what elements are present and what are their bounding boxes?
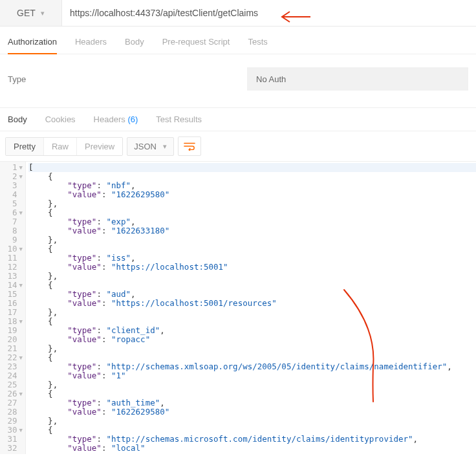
wrap-icon	[184, 142, 195, 151]
code-line: "type": "http://schemas.xmlsoap.org/ws/2…	[28, 362, 476, 371]
gutter-line: 12	[0, 263, 23, 272]
code-line: "type": "aud",	[28, 290, 476, 299]
gutter-line: 15	[0, 290, 23, 299]
code-line: {	[28, 208, 476, 217]
code-line: "type": "exp",	[28, 217, 476, 226]
chevron-down-icon: ▾	[163, 142, 167, 151]
auth-type-label: Type	[8, 74, 247, 84]
gutter-line: 19	[0, 326, 23, 335]
code-line: },	[28, 344, 476, 353]
code-line: "value": "https://localhost:5001"	[28, 263, 476, 272]
code-line: "value": "1622633180"	[28, 226, 476, 235]
code-line: },	[28, 235, 476, 244]
line-wrap-button[interactable]	[178, 136, 201, 156]
code-line: {	[28, 317, 476, 326]
tab-authorization[interactable]: Authorization	[8, 33, 57, 54]
gutter-line: 22▼	[0, 353, 23, 362]
gutter-line: 29	[0, 417, 23, 426]
code-line: },	[28, 380, 476, 389]
tab-test-results[interactable]: Test Results	[156, 114, 202, 124]
format-dropdown[interactable]: JSON ▾	[127, 137, 174, 156]
gutter-line: 16	[0, 299, 23, 308]
code-line: "type": "iss",	[28, 254, 476, 263]
http-method-label: GET	[17, 8, 36, 18]
gutter-line: 11	[0, 254, 23, 263]
response-tabs: Body Cookies Headers (6) Test Results	[0, 108, 476, 131]
code-line: },	[28, 417, 476, 426]
tab-cookies[interactable]: Cookies	[45, 114, 76, 124]
gutter-line: 9	[0, 235, 23, 244]
tab-tests-req[interactable]: Tests	[248, 33, 267, 54]
code-line: "value": "https://localhost:5001/resourc…	[28, 299, 476, 308]
gutter-line: 14▼	[0, 281, 23, 290]
gutter-line: 2▼	[0, 172, 23, 181]
gutter-line: 18▼	[0, 317, 23, 326]
gutter-line: 13	[0, 272, 23, 281]
code-line: {	[28, 244, 476, 254]
code-line: },	[28, 308, 476, 317]
code-line: [	[28, 163, 476, 172]
code-line: {	[28, 172, 476, 181]
response-code-area: 1▼2▼3 4 5 6▼7 8 9 10▼11 12 13 14▼15 16 1…	[0, 162, 476, 454]
gutter-line: 6▼	[0, 208, 23, 217]
response-body[interactable]: [ { "type": "nbf", "value": "1622629580"…	[26, 162, 476, 454]
auth-selected-value: No Auth	[256, 74, 286, 84]
gutter-line: 20	[0, 335, 23, 344]
tab-headers-req[interactable]: Headers	[75, 33, 107, 54]
headers-label: Headers	[94, 114, 125, 124]
gutter-line: 25	[0, 380, 23, 389]
http-method-dropdown[interactable]: GET ▾	[0, 0, 62, 26]
code-line: "value": "1"	[28, 371, 476, 380]
tab-body-req[interactable]: Body	[125, 33, 144, 54]
gutter-line: 28	[0, 407, 23, 417]
gutter-line: 7	[0, 217, 23, 226]
line-gutter: 1▼2▼3 4 5 6▼7 8 9 10▼11 12 13 14▼15 16 1…	[0, 162, 26, 454]
gutter-line: 10▼	[0, 244, 23, 254]
code-line: {	[28, 426, 476, 435]
code-line: {	[28, 281, 476, 290]
gutter-line: 3	[0, 181, 23, 190]
code-line: {	[28, 353, 476, 362]
request-tabs: Authorization Headers Body Pre-request S…	[0, 27, 476, 54]
code-line: "value": "1622629580"	[28, 407, 476, 417]
gutter-line: 23	[0, 362, 23, 371]
gutter-line: 17	[0, 308, 23, 317]
code-line: },	[28, 272, 476, 281]
code-line: "value": "1622629580"	[28, 190, 476, 199]
code-line: "type": "client_id",	[28, 326, 476, 335]
view-pretty-button[interactable]: Pretty	[6, 138, 44, 155]
code-line: },	[28, 199, 476, 208]
gutter-line: 31	[0, 435, 23, 444]
code-line: "value": "ropacc"	[28, 335, 476, 344]
format-label: JSON	[134, 142, 157, 151]
gutter-line: 32	[0, 444, 23, 453]
gutter-line: 26▼	[0, 389, 23, 398]
code-line: "value": "local"	[28, 444, 476, 453]
code-line: {	[28, 389, 476, 398]
gutter-line: 30▼	[0, 426, 23, 435]
auth-type-dropdown[interactable]: No Auth	[247, 67, 468, 91]
url-input[interactable]	[62, 0, 476, 26]
view-mode-group: Pretty Raw Preview	[5, 137, 123, 156]
code-line: "type": "nbf",	[28, 181, 476, 190]
tab-headers-resp[interactable]: Headers (6)	[94, 114, 138, 124]
gutter-line: 8	[0, 226, 23, 235]
gutter-line: 5	[0, 199, 23, 208]
gutter-line: 1▼	[0, 163, 23, 172]
gutter-line: 21	[0, 344, 23, 353]
code-line: "type": "auth_time",	[28, 398, 476, 407]
view-raw-button[interactable]: Raw	[44, 138, 77, 155]
gutter-line: 4	[0, 190, 23, 199]
chevron-down-icon: ▾	[41, 9, 45, 17]
auth-panel: Type No Auth	[0, 54, 476, 108]
tab-prerequest[interactable]: Pre-request Script	[162, 33, 230, 54]
view-preview-button[interactable]: Preview	[77, 138, 122, 155]
code-line: "type": "http://schemas.microsoft.com/id…	[28, 435, 476, 444]
gutter-line: 24	[0, 371, 23, 380]
request-bar: GET ▾	[0, 0, 476, 27]
tab-body-resp[interactable]: Body	[8, 114, 27, 124]
headers-count: (6)	[127, 114, 138, 124]
gutter-line: 27	[0, 398, 23, 407]
response-toolbar: Pretty Raw Preview JSON ▾	[0, 131, 476, 162]
